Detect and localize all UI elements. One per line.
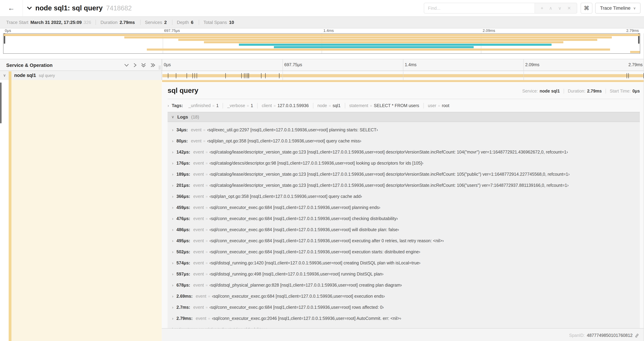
right-edge-border	[643, 33, 644, 341]
summary-item: Duration2.79ms	[96, 20, 136, 25]
log-marker-tick[interactable]	[279, 73, 280, 78]
collapse-controls	[124, 63, 156, 68]
next-match-icon[interactable]: ∨	[558, 6, 562, 11]
summary-item: Total Spans10	[198, 20, 235, 25]
ruler-tick-label: 2.79ms	[626, 29, 639, 33]
ruler-tick-label: 1.4ms	[405, 62, 416, 67]
keyboard-shortcuts-button[interactable]: ⌘	[581, 3, 592, 14]
chevron-down-icon[interactable]: ∨	[3, 73, 6, 78]
log-row[interactable]: › 574μs: event = ‹sql/distsql_running.go…	[168, 257, 640, 269]
chevron-down-icon[interactable]	[27, 7, 32, 10]
chevron-right-icon[interactable]: ›	[172, 217, 173, 221]
log-row[interactable]: › 486μs: event = ‹sql/conn_executor_exec…	[168, 224, 640, 235]
chevron-right-icon[interactable]: ›	[172, 194, 173, 199]
back-button[interactable]: ←	[0, 0, 23, 16]
chevron-right-icon[interactable]: ›	[172, 239, 173, 243]
gridline	[403, 71, 403, 80]
span-bar-thin	[162, 80, 644, 82]
tag-item: user = root	[423, 103, 454, 108]
log-marker-tick[interactable]	[265, 73, 266, 78]
minimap-canvas[interactable]	[3, 33, 640, 54]
column-resizer[interactable]	[159, 66, 162, 70]
chevron-right-icon[interactable]: ›	[168, 103, 169, 108]
chevron-right-icon[interactable]: ›	[172, 305, 173, 309]
chevron-right-icon[interactable]: ›	[172, 250, 173, 254]
log-row[interactable]: › 366μs: event = ‹sql/plan_opt.go:358 [n…	[168, 191, 640, 202]
chevron-right-icon[interactable]: ›	[172, 228, 173, 232]
log-row[interactable]: › 476μs: event = ‹sql/conn_executor_exec…	[168, 213, 640, 224]
divider	[168, 99, 640, 99]
chevron-right-icon[interactable]: ›	[172, 183, 173, 187]
chevron-right-icon[interactable]: ›	[172, 283, 173, 287]
chevron-right-icon[interactable]	[133, 63, 137, 68]
log-marker-tick[interactable]	[246, 73, 246, 78]
logs-header[interactable]: ∨ Logs (18)	[168, 112, 640, 122]
chevron-right-icon[interactable]: ›	[172, 172, 173, 176]
log-marker-tick[interactable]	[628, 73, 629, 78]
prev-match-icon[interactable]: ∧	[549, 6, 552, 11]
log-row[interactable]: › 495μs: event = ‹sql/conn_executor_exec…	[168, 235, 640, 246]
log-marker-tick[interactable]	[241, 73, 242, 78]
log-marker-tick[interactable]	[195, 73, 195, 78]
clear-search-icon[interactable]: ✕	[567, 6, 571, 11]
span-timeline[interactable]	[162, 71, 644, 80]
scroll-indicator[interactable]	[0, 83, 1, 123]
log-row[interactable]: › 34μs: event = ‹sql/exec_util.go:2297 […	[168, 124, 640, 136]
log-marker-tick[interactable]	[261, 73, 262, 78]
gridline	[403, 59, 403, 71]
log-marker-tick[interactable]	[627, 73, 627, 78]
log-row[interactable]: › 597μs: event = ‹sql/distsql_running.go…	[168, 269, 640, 280]
log-row[interactable]: › 189μs: event = ‹sql/catalog/lease/desc…	[168, 169, 640, 180]
chevron-right-icon[interactable]: ›	[172, 128, 173, 132]
ruler-tick-label: 0μs	[5, 29, 11, 33]
chevron-right-icon[interactable]: ›	[172, 261, 173, 265]
link-icon[interactable]	[635, 333, 639, 338]
double-chevron-down-icon[interactable]	[141, 63, 146, 68]
logs-section: ∨ Logs (18) › 34μs: event = ‹sql/exec_ut…	[168, 112, 640, 328]
find-group: ⌖ ∧ ∨ ✕	[424, 3, 577, 14]
log-row[interactable]: › 459μs: event = ‹sql/conn_executor_exec…	[168, 202, 640, 213]
trace-timeline-dropdown[interactable]: Trace Timeline ∨	[595, 3, 641, 14]
double-chevron-right-icon[interactable]	[150, 63, 156, 68]
log-row[interactable]: › 80μs: event = ‹sql/plan_opt.go:358 [ns…	[168, 136, 640, 147]
log-marker-tick[interactable]	[186, 73, 187, 78]
log-marker-tick[interactable]	[192, 73, 193, 78]
log-marker-tick[interactable]	[168, 73, 168, 78]
log-row[interactable]: › 176μs: event = ‹sql/catalog/descs/desc…	[168, 158, 640, 169]
meta-item: Start Time:0μs	[606, 89, 640, 94]
chevron-right-icon[interactable]: ›	[172, 161, 173, 165]
log-marker-tick[interactable]	[248, 73, 248, 78]
ruler-tick-label: 0μs	[164, 62, 171, 67]
log-row[interactable]: › 2.7ms: event = ‹sql/conn_executor_exec…	[168, 302, 640, 313]
trace-timeline-label: Trace Timeline	[600, 6, 630, 11]
log-row[interactable]: › 201μs: event = ‹sql/catalog/lease/desc…	[168, 180, 640, 191]
log-row[interactable]: › 142μs: event = ‹sql/catalog/lease/desc…	[168, 147, 640, 158]
log-row[interactable]: › 502μs: event = ‹sql/conn_executor_exec…	[168, 246, 640, 257]
tags-row[interactable]: › Tags: _unfinished = 1 _verbose = 1	[168, 101, 640, 110]
chevron-right-icon[interactable]: ›	[172, 205, 173, 210]
log-marker-tick[interactable]	[225, 73, 226, 78]
chevron-right-icon[interactable]: ›	[172, 139, 173, 143]
tags-label: Tags:	[172, 103, 183, 108]
chevron-right-icon[interactable]: ›	[172, 316, 173, 320]
log-marker-tick[interactable]	[644, 73, 644, 78]
log-marker-tick[interactable]	[249, 73, 249, 78]
chevron-right-icon[interactable]: ›	[172, 294, 173, 298]
ruler-tick-label: 2.09ms	[525, 62, 540, 67]
timeline-ruler: 0μs697.75μs1.4ms2.09ms2.79ms	[162, 59, 644, 71]
log-marker-tick[interactable]	[176, 73, 176, 78]
span-row[interactable]: ∨ node sql1 sql query	[0, 71, 644, 80]
log-row[interactable]: › 678μs: event = ‹sql/distsql_physical_p…	[168, 280, 640, 291]
log-marker-tick[interactable]	[197, 73, 197, 78]
chevron-down-icon[interactable]	[124, 63, 129, 67]
chevron-right-icon[interactable]: ›	[172, 272, 173, 276]
log-marker-tick[interactable]	[244, 73, 244, 78]
find-input[interactable]	[424, 3, 534, 13]
log-row[interactable]: › 2.69ms: event = ‹sql/conn_executor_exe…	[168, 291, 640, 302]
chevron-right-icon[interactable]: ›	[172, 150, 173, 154]
chevron-down-icon: ∨	[633, 6, 636, 10]
log-row[interactable]: › 2.79ms: event = ‹sql/conn_executor_exe…	[168, 313, 640, 324]
service-color-strip	[9, 80, 12, 341]
find-suffix: ⌖ ∧ ∨ ✕	[534, 3, 577, 13]
locate-icon[interactable]: ⌖	[541, 5, 543, 11]
